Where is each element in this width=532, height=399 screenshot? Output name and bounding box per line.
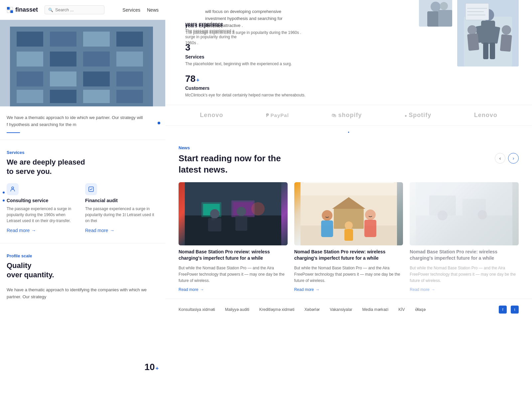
dot-divider: ● [165,126,532,139]
brand-lenovo-1: Lenovo [200,112,223,119]
search-icon: 🔍 [48,8,53,12]
svg-rect-67 [416,215,512,245]
svg-rect-52 [235,216,247,231]
svg-rect-26 [483,43,488,59]
profile-number-display: 10 + [145,362,159,372]
svg-point-71 [478,210,487,219]
stat-label-customers: Customers [185,85,306,91]
svg-rect-29 [467,33,479,51]
svg-rect-16 [83,90,110,103]
facebook-icon[interactable]: f [499,306,507,314]
building-visual [0,20,165,106]
logo[interactable]: finasset [7,6,38,13]
stat-item-customers: 78 + Customers McClintock's eye for deta… [185,73,306,98]
nav-news[interactable]: News [147,7,159,13]
logo-sq-1 [7,7,10,10]
stat-number-customers: 78 + [185,73,306,84]
news-label: News [179,145,519,150]
audit-icon [85,183,97,195]
svg-rect-5 [116,32,143,47]
news-image-1 [179,182,288,245]
service-cards: Consulting service The passage experienc… [7,183,159,233]
svg-rect-27 [490,43,495,59]
stat-item-services: 3 Services The placeholder text, beginni… [185,42,306,67]
footer-link-kiv[interactable]: KİV [398,307,405,312]
news-title: Start reading now for the latest news. [179,153,281,176]
news-card-1: Nomad Base Station Pro review: wireless … [179,182,288,292]
services-title: We are deeply pleased to serve you. [7,158,159,177]
services-label: Services [7,150,159,155]
svg-rect-11 [50,71,76,86]
footer-link-contact[interactable]: Əlaqə [415,307,426,312]
brand-lenovo-2: Lenovo [474,112,497,119]
footer-link-vacancies[interactable]: Vakansiyalar [330,307,352,312]
svg-rect-2 [17,32,43,47]
profile-section: Profile scale Quality over quantity. We … [0,243,165,311]
dot-bullet: ● [348,131,349,134]
profile-text: We have a thematic approach to identifyi… [7,287,159,301]
svg-rect-13 [116,71,143,86]
svg-point-39 [440,2,448,10]
news-image-2 [294,182,403,245]
read-more-audit[interactable]: Read more → [85,228,159,233]
footer: Konsultasiya xidməti Maliyyə auditi Kred… [165,299,532,320]
news-card-title-1: Nomad Base Station Pro review: wireless … [179,249,288,262]
svg-rect-12 [83,71,110,86]
svg-rect-9 [116,52,143,66]
svg-point-53 [251,202,265,215]
news-cards: Nomad Base Station Pro review: wireless … [179,182,519,292]
nav-arrow-next[interactable]: › [508,153,519,164]
hero-image [0,20,165,106]
read-more-consulting[interactable]: Read more → [7,228,80,233]
svg-point-49 [210,209,219,218]
svg-point-28 [467,25,477,35]
footer-link-consulting[interactable]: Konsultasiya xidməti [179,307,215,312]
svg-rect-40 [438,10,452,27]
team-photo [457,0,519,66]
search-input[interactable] [55,7,101,12]
nav-arrow-prev[interactable]: ‹ [495,153,505,164]
footer-link-credit[interactable]: Kreditləşmə xidməti [259,307,295,312]
footer-social: f t [499,306,519,314]
stat-years-desc: The passage experienced a surge in popul… [185,28,238,46]
dot-indicator-left [3,192,5,194]
news-read-more-2[interactable]: Read more → [294,287,403,292]
svg-rect-3 [50,32,76,47]
svg-point-58 [322,210,332,221]
brand-paypal: PayPal [266,112,289,118]
logo-sq-2 [10,7,13,10]
svg-rect-65 [304,182,393,183]
svg-rect-31 [500,34,512,52]
news-card-title-3: Nomad Base Station Pro revie: wireless c… [410,249,519,262]
search-bar[interactable]: 🔍 [45,5,104,14]
footer-link-media[interactable]: Media mərkəzi [362,307,389,312]
footer-link-audit[interactable]: Maliyyə auditi [225,307,249,312]
svg-point-60 [365,209,375,220]
news-image-3 [410,182,519,245]
intro-text: We have a thematic approach to ide which… [7,114,143,128]
news-read-more-1[interactable]: Read more → [179,287,288,292]
stats-top: will focus on developing comprehensive i… [165,0,532,105]
svg-rect-15 [50,90,76,103]
brand-shopify: shopify [332,112,362,119]
news-card-desc-3: But while the Nomad Base Station Pro — a… [410,265,519,284]
service-card-consulting: Consulting service The passage experienc… [7,183,80,233]
svg-rect-14 [17,90,43,103]
consulting-icon [7,183,19,195]
logo-sq-3 [7,10,10,13]
footer-link-news[interactable]: Xəbərlər [304,307,320,312]
svg-rect-8 [83,52,110,66]
news-card-title-2: Nomad Base Station Pro review: wireless … [294,249,403,262]
right-panel: will focus on developing comprehensive i… [165,0,532,399]
news-read-more-3[interactable]: Read more → [410,287,519,292]
brands-section: Lenovo PayPal shopify Spotify Lenovo [165,105,532,126]
twitter-icon[interactable]: t [511,306,519,314]
svg-rect-63 [344,229,353,241]
svg-rect-42 [185,215,281,245]
header: finasset 🔍 Services News [0,0,165,20]
nav-services[interactable]: Services [122,7,140,13]
services-section: Services We are deeply pleased to serve … [0,140,165,243]
logo-sq-4 [10,10,13,13]
service-card-audit: Financial audit The passage experienced … [85,183,159,233]
brand-spotify: Spotify [405,112,432,119]
